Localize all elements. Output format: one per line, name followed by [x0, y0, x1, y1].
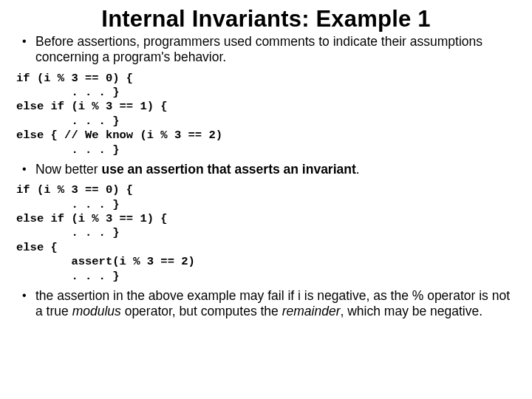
bullet3-b: operator, but computes the: [121, 304, 282, 318]
bullet-intro: Before assertions, programmers used comm…: [16, 34, 516, 66]
bullet-list-3: the assertion in the above example may f…: [16, 288, 516, 320]
bullet-assertion-advice: Now better use an assertion that asserts…: [16, 162, 516, 177]
term-modulus: modulus: [72, 304, 121, 318]
code-block-1: if (i % 3 == 0) { . . . } else if (i % 3…: [16, 72, 516, 157]
bullet2-pre: Now better: [35, 162, 101, 177]
bullet2-post: .: [356, 162, 360, 177]
code-block-2: if (i % 3 == 0) { . . . } else if (i % 3…: [16, 183, 516, 284]
bullet2-bold: use an assertion that asserts an invaria…: [101, 162, 355, 177]
bullet-modulus-note: the assertion in the above example may f…: [16, 288, 516, 320]
slide-container: Internal Invariants: Example 1 Before as…: [0, 0, 532, 330]
bullet-list-2: Now better use an assertion that asserts…: [16, 162, 516, 177]
slide-title: Internal Invariants: Example 1: [16, 6, 516, 33]
bullet3-c: , which may be negative.: [341, 304, 483, 318]
bullet-list-1: Before assertions, programmers used comm…: [16, 34, 516, 66]
term-remainder: remainder: [282, 304, 341, 318]
